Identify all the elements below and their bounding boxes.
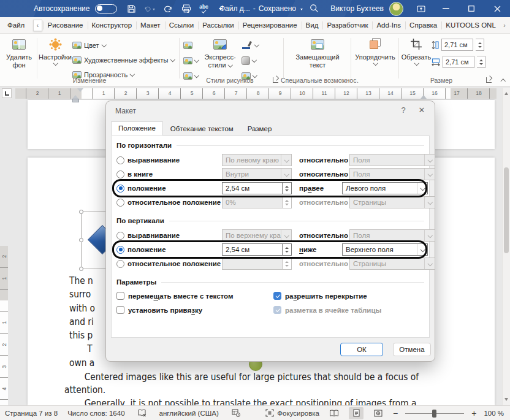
value-spinner[interactable] bbox=[222, 258, 292, 270]
ribbon-scroll-right-button[interactable]: › bbox=[500, 20, 509, 31]
close-button[interactable] bbox=[484, 0, 510, 17]
remove-background-button[interactable]: Удалить фон bbox=[2, 37, 36, 69]
selection-handle[interactable] bbox=[79, 267, 83, 271]
hanging-indent-marker[interactable] bbox=[72, 92, 78, 99]
arrange-button[interactable]: Упорядочить bbox=[354, 37, 396, 66]
quick-styles-button[interactable]: Экспресс- стили bbox=[202, 37, 238, 69]
zoom-slider-thumb[interactable] bbox=[432, 410, 436, 418]
search-icon[interactable] bbox=[310, 4, 319, 15]
spinner-arrows[interactable] bbox=[283, 182, 292, 194]
spinner-down-icon[interactable] bbox=[285, 189, 289, 193]
field-label[interactable]: в книге bbox=[128, 170, 222, 178]
spinner-arrows[interactable] bbox=[283, 243, 292, 256]
radio-button[interactable] bbox=[116, 232, 124, 240]
field-label[interactable]: выравнивание bbox=[128, 156, 222, 164]
document-title-group[interactable]: Файл д... - Сохранено bbox=[219, 0, 303, 17]
relative-to-combobox[interactable]: Поля bbox=[349, 154, 435, 166]
tab-ссылки[interactable]: Ссылки bbox=[165, 17, 199, 34]
spinner-up-icon[interactable] bbox=[285, 184, 289, 188]
dialog-tab-положение[interactable]: Положение bbox=[111, 121, 163, 136]
relative-to-combobox[interactable]: Верхнего поля bbox=[342, 243, 428, 256]
left-indent-marker[interactable] bbox=[72, 99, 79, 102]
radio-button[interactable] bbox=[116, 246, 124, 254]
tab-вид[interactable]: Вид bbox=[302, 17, 323, 34]
status-word-count[interactable]: Число слов: 1640 bbox=[67, 410, 124, 417]
relative-to-combobox[interactable]: Страницы bbox=[349, 258, 435, 270]
radio-button[interactable] bbox=[116, 156, 124, 164]
macro-recorder-icon[interactable] bbox=[229, 407, 243, 419]
scrollbar-thumb[interactable] bbox=[504, 167, 509, 253]
save-icon[interactable] bbox=[126, 3, 137, 14]
checkbox-row[interactable]: разрешить перекрытие bbox=[273, 290, 424, 302]
tab-add-ins[interactable]: Add-Ins bbox=[372, 17, 405, 34]
value-spinner[interactable]: 0% bbox=[222, 196, 292, 208]
alt-text-button[interactable]: Замещающий текст bbox=[288, 37, 347, 69]
spellcheck-icon[interactable]: abc bbox=[198, 3, 209, 14]
corrections-button[interactable]: Настройки bbox=[39, 37, 71, 66]
artistic-effects-button[interactable]: Художественные эффекты bbox=[72, 53, 175, 66]
tab-рецензирование[interactable]: Рецензирование bbox=[238, 17, 302, 34]
field-label[interactable]: относительное положение bbox=[128, 199, 222, 206]
tab-selector[interactable] bbox=[2, 88, 12, 98]
tab-kutools-onl[interactable]: KUTOOLS ONL bbox=[441, 17, 500, 34]
tab-конструктор[interactable]: Конструктор bbox=[88, 17, 137, 34]
scroll-down-icon[interactable] bbox=[504, 398, 508, 403]
tab-file[interactable]: Файл bbox=[0, 17, 32, 34]
checkbox-row[interactable]: разметка в ячейке таблицы bbox=[273, 304, 424, 316]
right-indent-marker[interactable] bbox=[421, 92, 427, 99]
tab-справка[interactable]: Справка bbox=[405, 17, 441, 34]
read-mode-icon[interactable] bbox=[327, 407, 341, 419]
color-button[interactable]: Цвет bbox=[72, 39, 106, 52]
collapse-ribbon-icon[interactable] bbox=[501, 78, 505, 82]
field-label[interactable]: положение bbox=[128, 246, 222, 253]
size-dialog-launcher-icon[interactable] bbox=[486, 77, 492, 83]
relative-to-combobox[interactable]: Левого поля bbox=[342, 182, 428, 194]
minimize-button[interactable] bbox=[433, 0, 459, 17]
radio-button[interactable] bbox=[116, 185, 124, 193]
ribbon-display-options-icon[interactable] bbox=[409, 0, 433, 17]
field-label[interactable]: положение bbox=[128, 185, 222, 192]
spinner-down-icon[interactable] bbox=[285, 265, 289, 269]
radio-button[interactable] bbox=[116, 170, 124, 178]
zoom-out-button[interactable]: − bbox=[393, 409, 398, 418]
relative-to-combobox[interactable]: Поля bbox=[349, 168, 435, 180]
ok-button[interactable]: ОК bbox=[340, 343, 383, 356]
value-combobox[interactable]: По левому краю bbox=[222, 154, 292, 166]
value-spinner[interactable]: 2,54 см bbox=[222, 243, 292, 256]
height-input[interactable]: 2,71 см bbox=[441, 39, 473, 51]
field-label[interactable]: выравнивание bbox=[128, 232, 222, 239]
print-layout-icon[interactable] bbox=[349, 407, 363, 419]
undo-icon[interactable] bbox=[144, 3, 155, 14]
ribbon-scroll-left-button[interactable]: ‹ bbox=[33, 20, 42, 31]
picture-styles-dialog-launcher-icon[interactable] bbox=[273, 77, 278, 83]
radio-button[interactable] bbox=[116, 199, 124, 207]
checkbox[interactable] bbox=[273, 306, 281, 314]
compress-pictures-button[interactable] bbox=[183, 39, 192, 52]
zoom-slider[interactable] bbox=[405, 409, 464, 418]
tab-макет[interactable]: Макет bbox=[136, 17, 165, 34]
spinner-down-icon[interactable] bbox=[285, 204, 289, 207]
quick-print-icon[interactable] bbox=[181, 3, 192, 14]
proofing-errors-icon[interactable] bbox=[135, 407, 150, 419]
dialog-help-button[interactable]: ? bbox=[398, 105, 409, 115]
scroll-up-icon[interactable] bbox=[504, 90, 508, 95]
spinner-down-icon[interactable] bbox=[285, 251, 289, 254]
tab-рисование[interactable]: Рисование bbox=[44, 17, 88, 34]
tab-рассылки[interactable]: Рассылки bbox=[198, 17, 238, 34]
value-combobox[interactable]: По верхнему краю bbox=[222, 229, 292, 242]
selection-handle[interactable] bbox=[79, 210, 83, 214]
checkbox[interactable] bbox=[116, 292, 124, 300]
user-avatar[interactable] bbox=[389, 2, 403, 16]
web-layout-icon[interactable] bbox=[371, 407, 386, 419]
checkbox-row[interactable]: перемещать вместе с текстом bbox=[116, 290, 273, 302]
width-stepper[interactable] bbox=[477, 56, 485, 68]
checkbox[interactable] bbox=[116, 306, 124, 314]
zoom-in-button[interactable]: + bbox=[471, 409, 476, 418]
picture-effects-button[interactable] bbox=[242, 54, 256, 67]
vertical-scrollbar[interactable] bbox=[502, 88, 510, 405]
dialog-tab-размер[interactable]: Размер bbox=[241, 123, 279, 135]
checkbox[interactable] bbox=[273, 292, 281, 300]
maximize-button[interactable] bbox=[459, 0, 484, 17]
height-stepper[interactable] bbox=[476, 39, 484, 51]
dialog-tab-обтекание-текстом[interactable]: Обтекание текстом bbox=[164, 123, 240, 135]
